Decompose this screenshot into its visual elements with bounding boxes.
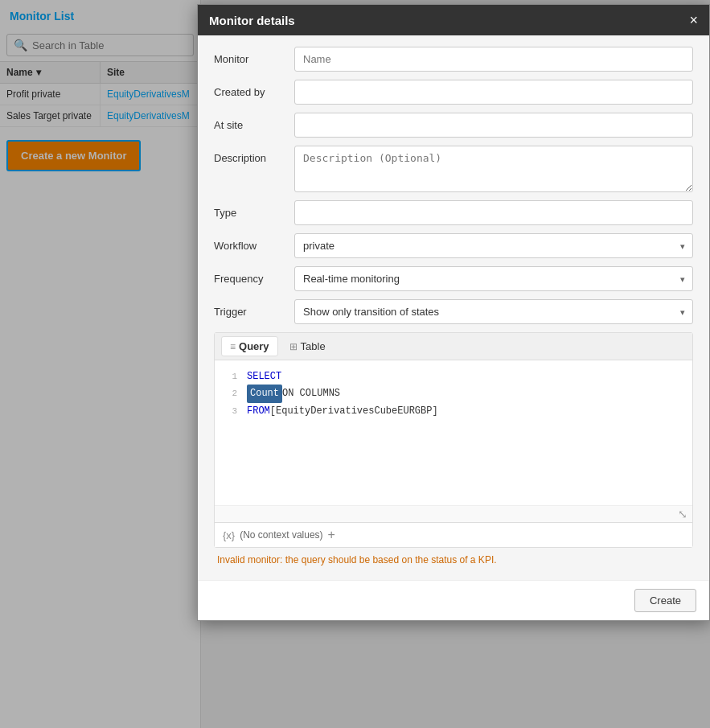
code-line-1: 1 SELECT: [221, 368, 686, 385]
resize-handle[interactable]: ⤡: [215, 505, 692, 522]
workflow-select[interactable]: private public: [294, 233, 693, 258]
query-section: ≡ Query ⊞ Table 1 SELECT 2 Count ON COLU…: [214, 332, 693, 548]
modal-body: Monitor Created by admin At site EquityD…: [198, 35, 709, 580]
at-site-field-row: At site EquityDerivativesManager/EquityD…: [214, 113, 693, 138]
description-textarea[interactable]: [294, 146, 693, 192]
frequency-label: Frequency: [214, 266, 294, 285]
type-field-row: Type KPI: [214, 200, 693, 225]
created-by-label: Created by: [214, 80, 294, 98]
trigger-select[interactable]: Show only transition of states Show all …: [294, 299, 693, 324]
code-line-3: 3 FROM [EquityDerivativesCubeEURGBP]: [221, 403, 686, 419]
code-editor[interactable]: 1 SELECT 2 Count ON COLUMNS 3 FROM [Equi…: [215, 360, 692, 505]
monitor-details-modal: Monitor details × Monitor Created by adm…: [197, 4, 710, 621]
query-tabs: ≡ Query ⊞ Table: [215, 333, 692, 360]
frequency-select-wrapper: Real-time monitoring Daily Weekly ▾: [294, 266, 693, 291]
keyword-from: FROM: [247, 403, 270, 419]
frequency-field-row: Frequency Real-time monitoring Daily Wee…: [214, 266, 693, 291]
modal-close-button[interactable]: ×: [689, 13, 698, 27]
trigger-label: Trigger: [214, 299, 294, 318]
query-icon: ≡: [230, 341, 236, 352]
context-label: (No context values): [240, 529, 322, 541]
context-icon: {x}: [223, 529, 235, 541]
modal-footer: Create: [198, 580, 709, 620]
monitor-name-input[interactable]: [294, 47, 693, 72]
created-by-field-row: Created by admin: [214, 80, 693, 105]
modal-title: Monitor details: [209, 14, 295, 27]
description-field-row: Description: [214, 146, 693, 192]
at-site-input: EquityDerivativesManager/EquityDerivativ…: [294, 113, 693, 138]
table-icon: ⊞: [289, 341, 298, 352]
monitor-field-row: Monitor: [214, 47, 693, 72]
line-number-1: 1: [221, 369, 237, 385]
trigger-field-row: Trigger Show only transition of states S…: [214, 299, 693, 324]
at-site-label: At site: [214, 113, 294, 131]
description-label: Description: [214, 146, 294, 164]
workflow-label: Workflow: [214, 233, 294, 252]
error-message: Invalid monitor: the query should be bas…: [214, 548, 693, 569]
keyword-on-columns: ON COLUMNS: [282, 385, 340, 401]
workflow-field-row: Workflow private public ▾: [214, 233, 693, 258]
table-name: [EquityDerivativesCubeEURGBP]: [270, 403, 438, 419]
create-button[interactable]: Create: [634, 589, 696, 612]
tab-query-label: Query: [239, 340, 269, 352]
context-bar: {x} (No context values) +: [215, 522, 692, 547]
tab-table[interactable]: ⊞ Table: [281, 337, 334, 356]
frequency-select[interactable]: Real-time monitoring Daily Weekly: [294, 266, 693, 291]
created-by-input: admin: [294, 80, 693, 105]
line-number-2: 2: [221, 386, 237, 401]
keyword-select: SELECT: [247, 368, 281, 385]
type-input: KPI: [294, 200, 693, 225]
line-number-3: 3: [221, 404, 237, 419]
tab-query[interactable]: ≡ Query: [221, 336, 278, 356]
monitor-label: Monitor: [214, 47, 294, 65]
trigger-select-wrapper: Show only transition of states Show all …: [294, 299, 693, 324]
keyword-count: Count: [247, 385, 282, 402]
add-context-button[interactable]: +: [328, 528, 335, 542]
tab-table-label: Table: [301, 340, 326, 352]
workflow-select-wrapper: private public ▾: [294, 233, 693, 258]
type-label: Type: [214, 200, 294, 219]
code-line-2: 2 Count ON COLUMNS: [221, 385, 686, 402]
modal-header: Monitor details ×: [198, 5, 709, 35]
